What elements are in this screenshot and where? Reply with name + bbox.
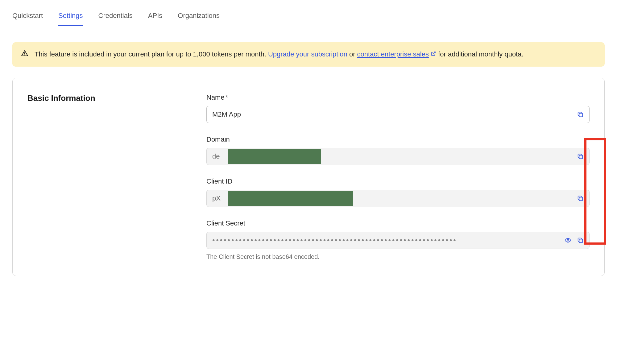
- alert-text-pre: This feature is included in your current…: [35, 50, 268, 58]
- client-id-group: Client ID: [206, 177, 590, 207]
- warning-icon: [21, 49, 28, 58]
- svg-rect-6: [579, 239, 582, 242]
- copy-icon[interactable]: [577, 153, 584, 160]
- tab-organizations[interactable]: Organizations: [178, 12, 220, 26]
- section-title: Basic Information: [27, 93, 188, 260]
- client-secret-masked: ••••••••••••••••••••••••••••••••••••••••…: [212, 236, 565, 245]
- contact-sales-link[interactable]: contact enterprise sales: [357, 50, 429, 58]
- client-secret-helper: The Client Secret is not base64 encoded.: [206, 253, 590, 260]
- name-label: Name*: [206, 93, 590, 101]
- required-marker: *: [226, 93, 228, 101]
- tab-settings[interactable]: Settings: [58, 12, 83, 26]
- name-input[interactable]: [212, 106, 577, 123]
- svg-point-5: [567, 239, 569, 241]
- svg-point-1: [24, 55, 25, 55]
- tabs-nav: Quickstart Settings Credentials APIs Org…: [12, 0, 605, 26]
- name-label-text: Name: [206, 93, 225, 101]
- client-id-label: Client ID: [206, 177, 590, 185]
- upgrade-subscription-link[interactable]: Upgrade your subscription: [268, 50, 347, 58]
- domain-group: Domain: [206, 135, 590, 165]
- domain-field-wrap: [206, 148, 590, 165]
- svg-rect-3: [579, 155, 582, 159]
- tab-credentials[interactable]: Credentials: [98, 12, 133, 26]
- alert-text: This feature is included in your current…: [35, 49, 524, 59]
- copy-icon[interactable]: [577, 195, 584, 202]
- copy-icon[interactable]: [577, 237, 584, 244]
- reveal-icon[interactable]: [565, 237, 571, 244]
- redaction-block: [228, 149, 321, 164]
- redaction-block: [228, 191, 353, 206]
- tab-quickstart[interactable]: Quickstart: [12, 12, 43, 26]
- svg-rect-4: [579, 197, 582, 201]
- client-id-field-wrap: [206, 190, 590, 207]
- name-group: Name*: [206, 93, 590, 123]
- client-secret-group: Client Secret ••••••••••••••••••••••••••…: [206, 219, 590, 260]
- svg-rect-2: [579, 113, 582, 117]
- client-secret-label: Client Secret: [206, 219, 590, 227]
- alert-text-or: or: [347, 50, 357, 58]
- domain-label: Domain: [206, 135, 590, 143]
- basic-info-form: Name* Domain: [206, 93, 590, 260]
- tab-apis[interactable]: APIs: [148, 12, 162, 26]
- copy-icon[interactable]: [577, 111, 584, 118]
- basic-info-card: Basic Information Name* Domain: [12, 78, 605, 276]
- client-secret-field-wrap: ••••••••••••••••••••••••••••••••••••••••…: [206, 232, 590, 249]
- alert-text-post: for additional monthly quota.: [436, 50, 524, 58]
- name-field-wrap: [206, 106, 590, 123]
- external-link-icon: [431, 49, 436, 59]
- plan-alert: This feature is included in your current…: [12, 42, 605, 67]
